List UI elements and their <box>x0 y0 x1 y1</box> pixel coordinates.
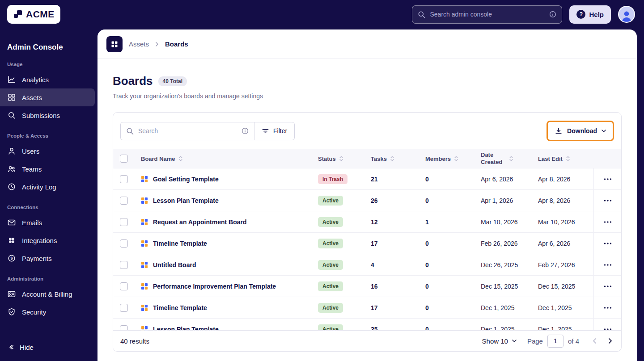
table-row[interactable]: Timeline Template Active 17 0 Dec 1, 202… <box>113 297 621 318</box>
board-icon <box>141 283 148 290</box>
row-actions-button[interactable] <box>601 261 614 269</box>
row-checkbox[interactable] <box>120 239 128 248</box>
row-actions-button[interactable] <box>601 197 614 204</box>
sidebar-item-activity-log[interactable]: Activity Log <box>0 178 95 196</box>
next-page-button[interactable] <box>606 336 614 346</box>
tasks-count: 12 <box>371 218 425 226</box>
board-name-link[interactable]: Lesson Plan Template <box>153 197 219 204</box>
table-row[interactable]: Lesson Plan Template Active 25 0 Dec 1, … <box>113 318 621 330</box>
sidebar-item-assets[interactable]: Assets <box>0 88 95 106</box>
table-footer: 40 results Show 10 Page of 4 <box>113 330 621 351</box>
board-name-link[interactable]: Goal Setting Template <box>153 176 219 183</box>
header-date-created[interactable]: Date Created <box>481 151 538 166</box>
page-number-input[interactable] <box>547 335 564 348</box>
page-total-label: of 4 <box>568 337 579 345</box>
row-checkbox[interactable] <box>120 218 128 226</box>
row-actions-button[interactable] <box>601 176 614 183</box>
table-search-input[interactable] <box>138 127 237 134</box>
row-actions-button[interactable] <box>601 326 614 331</box>
sort-icon[interactable] <box>454 155 458 162</box>
header-tasks[interactable]: Tasks <box>371 155 425 162</box>
sort-icon[interactable] <box>178 155 183 162</box>
row-checkbox[interactable] <box>120 175 128 183</box>
row-checkbox[interactable] <box>120 282 128 290</box>
board-name-link[interactable]: Timeline Template <box>153 304 207 311</box>
table-row[interactable]: Performance Improvement Plan Template Ac… <box>113 275 621 297</box>
sidebar-item-security[interactable]: Security <box>0 303 95 321</box>
row-checkbox[interactable] <box>120 325 128 331</box>
board-icon <box>141 304 148 311</box>
table-row[interactable]: Timeline Template Active 17 0 Feb 26, 20… <box>113 232 621 254</box>
tasks-count: 21 <box>371 176 425 183</box>
sort-icon[interactable] <box>566 155 570 162</box>
download-icon <box>555 127 563 135</box>
section-label-connections: Connections <box>0 196 97 214</box>
sort-icon[interactable] <box>339 155 343 162</box>
table-row[interactable]: Goal Setting Template In Trash 21 0 Apr … <box>113 168 621 189</box>
row-actions-button[interactable] <box>601 240 614 247</box>
table-row[interactable]: Lesson Plan Template Active 26 0 Apr 1, … <box>113 189 621 211</box>
table-row[interactable]: Request an Appointment Board Active 12 1… <box>113 211 621 232</box>
tasks-count: 17 <box>371 304 425 311</box>
info-icon[interactable] <box>549 11 556 18</box>
sidebar-item-account-billing[interactable]: Account & Billing <box>0 285 95 303</box>
acme-logo[interactable]: ACME <box>7 5 60 24</box>
help-button[interactable]: ? Help <box>569 5 611 24</box>
last-edit: Dec 15, 2025 <box>538 283 593 290</box>
header-status[interactable]: Status <box>318 155 371 162</box>
sort-icon[interactable] <box>390 155 394 162</box>
select-all-checkbox[interactable] <box>120 155 128 163</box>
sort-icon[interactable] <box>509 155 513 162</box>
header-board-name[interactable]: Board Name <box>135 155 318 162</box>
activity-log-icon <box>7 182 16 191</box>
last-edit: Apr 6, 2026 <box>538 240 593 247</box>
tasks-count: 17 <box>371 240 425 247</box>
section-label-administration: Administration <box>0 267 97 285</box>
tasks-count: 16 <box>371 283 425 290</box>
row-checkbox[interactable] <box>120 261 128 269</box>
status-badge: Active <box>318 260 343 270</box>
sidebar-item-analytics[interactable]: Analytics <box>0 71 95 88</box>
sidebar-item-teams[interactable]: Teams <box>0 160 95 178</box>
page-size-dropdown[interactable]: Show 10 <box>482 337 517 345</box>
board-name-link[interactable]: Request an Appointment Board <box>153 218 247 226</box>
ellipsis-icon <box>604 243 612 244</box>
integrations-icon <box>7 236 16 245</box>
previous-page-button[interactable] <box>591 336 598 346</box>
info-icon[interactable] <box>242 127 249 134</box>
board-name-link[interactable]: Untitled Board <box>153 261 196 269</box>
user-avatar[interactable] <box>618 6 635 23</box>
board-name-link[interactable]: Lesson Plan Template <box>153 326 219 331</box>
row-actions-button[interactable] <box>601 283 614 290</box>
board-name-link[interactable]: Performance Improvement Plan Template <box>153 283 276 290</box>
sidebar-item-submissions[interactable]: Submissions <box>0 106 95 124</box>
row-checkbox[interactable] <box>120 304 128 312</box>
table-search[interactable] <box>120 122 254 140</box>
members-count: 0 <box>425 197 481 204</box>
sidebar-item-integrations[interactable]: Integrations <box>0 231 95 249</box>
analytics-icon <box>7 75 16 84</box>
admin-console-search[interactable] <box>412 5 562 24</box>
breadcrumb-assets[interactable]: Assets <box>129 40 149 48</box>
boards-table-card: Filter Download Board Name <box>113 112 622 352</box>
row-checkbox[interactable] <box>120 197 128 205</box>
members-count: 0 <box>425 261 481 269</box>
download-button[interactable]: Download <box>547 121 614 141</box>
admin-search-input[interactable] <box>430 11 545 18</box>
sidebar-item-label: Security <box>22 308 46 316</box>
header-last-edit[interactable]: Last Edit <box>538 155 593 162</box>
filter-button[interactable]: Filter <box>254 122 295 140</box>
table-row[interactable]: Untitled Board Active 4 0 Dec 26, 2025 F… <box>113 254 621 275</box>
board-name-link[interactable]: Timeline Template <box>153 240 207 247</box>
row-actions-button[interactable] <box>601 218 614 226</box>
row-actions-button[interactable] <box>601 304 614 311</box>
board-icon <box>141 197 148 204</box>
sidebar-item-emails[interactable]: Emails <box>0 214 95 231</box>
last-edit: Apr 8, 2026 <box>538 176 593 183</box>
header-members[interactable]: Members <box>425 155 481 162</box>
help-label: Help <box>589 11 604 18</box>
hide-sidebar-button[interactable]: Hide <box>0 339 97 356</box>
sidebar-item-payments[interactable]: $ Payments <box>0 249 95 267</box>
status-badge: Active <box>318 324 343 331</box>
sidebar-item-users[interactable]: Users <box>0 142 95 160</box>
